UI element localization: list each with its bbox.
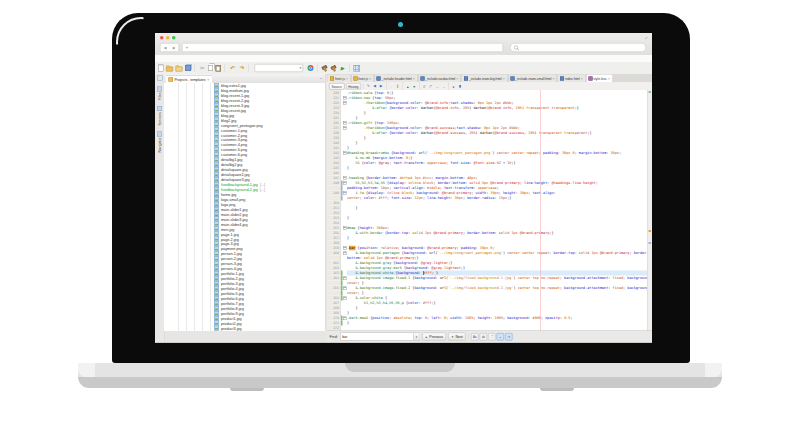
minimize-light[interactable] bbox=[166, 36, 170, 40]
editor-tab[interactable]: index.html × bbox=[557, 75, 585, 83]
separator bbox=[448, 82, 449, 90]
match-case-toggle[interactable]: Aa bbox=[471, 333, 479, 341]
editor-tab-label: front.js bbox=[335, 77, 345, 81]
prev-occurrence-icon[interactable]: ▲ bbox=[405, 83, 411, 89]
find-previous-button[interactable]: ▲ Previous bbox=[422, 333, 446, 341]
find-bar: Find: bar ▾ ▲ Previous ▼ Next Aaab.*≡↺ bbox=[327, 331, 652, 343]
back-icon[interactable]: ◀ bbox=[372, 83, 378, 89]
config-combo[interactable]: ▾ bbox=[255, 64, 304, 72]
browser-navrow: ◀ ▶ + bbox=[160, 43, 646, 52]
laptop-foot bbox=[230, 388, 264, 391]
tree-item[interactable]: product3.jpg bbox=[164, 326, 325, 331]
tab-close-icon[interactable]: × bbox=[369, 77, 371, 81]
search-field[interactable] bbox=[510, 43, 646, 52]
separator bbox=[386, 82, 387, 90]
caret-position-mark[interactable] bbox=[649, 242, 652, 244]
comment-icon[interactable]: // bbox=[421, 83, 427, 89]
find-toggles: Aaab.*≡↺ bbox=[471, 333, 513, 341]
dock-tab[interactable]: Navigator bbox=[157, 131, 162, 152]
tab-close-icon[interactable]: × bbox=[503, 77, 505, 81]
last-edited-icon[interactable]: ✎ bbox=[365, 83, 371, 89]
tab-close-icon[interactable]: × bbox=[608, 77, 610, 81]
error-stripe[interactable] bbox=[647, 90, 652, 331]
combo-dropdown-icon[interactable]: ▾ bbox=[413, 333, 419, 340]
file-type-icon bbox=[560, 77, 564, 81]
find-input[interactable]: bar ▾ bbox=[340, 333, 420, 341]
new-project-icon[interactable] bbox=[166, 66, 173, 71]
history-view-button[interactable]: History bbox=[346, 83, 361, 90]
find-match-mark[interactable] bbox=[649, 230, 652, 232]
macro-record-icon[interactable]: ● bbox=[451, 83, 457, 89]
find-previous-label: Previous bbox=[429, 335, 443, 339]
editor-tab[interactable]: front.js × bbox=[328, 75, 351, 83]
projects-tab[interactable]: Projects - templates × bbox=[166, 75, 213, 83]
source-view-button[interactable]: Source bbox=[329, 83, 344, 90]
whole-words-toggle[interactable]: ab bbox=[480, 333, 488, 341]
projects-icon bbox=[169, 77, 174, 81]
new-file-icon[interactable] bbox=[158, 65, 164, 72]
editor-tab[interactable]: _include-header.html × bbox=[374, 75, 417, 83]
editor-tab[interactable]: _include-team-small.html × bbox=[508, 75, 557, 83]
editor-tab-label: _include-team-small.html bbox=[515, 77, 551, 81]
run-icon[interactable]: ▶ bbox=[339, 65, 346, 72]
undo-icon[interactable]: ↶ bbox=[229, 65, 236, 72]
uncomment-icon[interactable]: /* bbox=[428, 83, 434, 89]
file-tree[interactable]: blog-extra1.jpg blog-medium.jpg blog-rec… bbox=[164, 83, 325, 331]
dock-tab-icon bbox=[157, 131, 162, 136]
highlight-results-toggle[interactable]: ≡ bbox=[497, 333, 505, 341]
nav-buttons[interactable]: ◀ ▶ bbox=[160, 43, 179, 52]
clean-build-icon[interactable] bbox=[330, 65, 337, 72]
editor-tab-label: front.js bbox=[358, 77, 368, 81]
separator bbox=[402, 82, 403, 90]
close-light[interactable] bbox=[160, 36, 164, 40]
outdent-icon[interactable]: ← bbox=[441, 83, 447, 89]
minimize-icon[interactable]: − bbox=[320, 76, 323, 81]
dock-tab[interactable]: Services bbox=[157, 106, 162, 125]
browser-chrome-icon[interactable] bbox=[308, 65, 314, 71]
editor-tab[interactable]: _include-team-big.html × bbox=[461, 75, 507, 83]
back-icon[interactable]: ◀ bbox=[164, 45, 167, 49]
build-icon[interactable] bbox=[321, 65, 328, 72]
profile-icon[interactable] bbox=[354, 65, 361, 72]
window-list-icon[interactable] bbox=[157, 76, 163, 81]
dock-tab-icon bbox=[157, 106, 162, 111]
tab-close-icon[interactable]: × bbox=[581, 77, 583, 81]
indent-icon[interactable]: → bbox=[434, 83, 440, 89]
dock-tabs: Files Services Navigator bbox=[157, 87, 162, 153]
separator bbox=[350, 64, 351, 72]
save-all-icon[interactable] bbox=[185, 65, 191, 71]
find-selection-icon[interactable]: ◌ bbox=[388, 83, 394, 89]
dock-tab[interactable]: Files bbox=[157, 87, 162, 100]
close-icon[interactable]: × bbox=[207, 77, 209, 82]
window-titlebar: ↔ ◀ ▶ + bbox=[155, 33, 652, 56]
forward-icon[interactable]: ▶ bbox=[378, 83, 384, 89]
redo-icon[interactable]: ↷ bbox=[238, 65, 245, 72]
cut-icon[interactable]: ✂ bbox=[199, 65, 206, 72]
paste-icon[interactable] bbox=[216, 65, 222, 72]
zoom-light[interactable] bbox=[172, 36, 176, 40]
editor-tab[interactable]: style.less × bbox=[586, 75, 612, 83]
forward-icon[interactable]: ▶ bbox=[173, 45, 176, 49]
tab-close-icon[interactable]: × bbox=[413, 77, 415, 81]
laptop-lid-notch bbox=[345, 363, 455, 372]
tab-close-icon[interactable]: × bbox=[456, 77, 458, 81]
next-occurrence-icon[interactable]: ▼ bbox=[411, 83, 417, 89]
wrap-search-toggle[interactable]: ↺ bbox=[505, 333, 513, 341]
code-editor[interactable]: 230.ribbon.sale {top: 0;}231.ribbon.new … bbox=[327, 90, 652, 331]
expand-icon[interactable]: ↔ bbox=[642, 34, 649, 41]
address-bar[interactable]: + bbox=[182, 43, 503, 52]
highlight-icon[interactable]: ❚ bbox=[395, 83, 401, 89]
separator bbox=[195, 64, 196, 72]
new-tab-plus-icon[interactable]: + bbox=[186, 45, 189, 50]
editor-tab-label: index.html bbox=[565, 77, 580, 81]
editor-tab[interactable]: _include-navbar.html × bbox=[418, 75, 461, 83]
regex-toggle[interactable]: .* bbox=[488, 333, 496, 341]
open-project-icon[interactable] bbox=[176, 66, 183, 71]
tab-close-icon[interactable]: × bbox=[346, 77, 348, 81]
find-next-button[interactable]: ▼ Next bbox=[448, 333, 466, 341]
previous-arrow-icon: ▲ bbox=[425, 335, 428, 338]
bookmark-icon[interactable]: ▮ bbox=[457, 83, 463, 89]
tab-close-icon[interactable]: × bbox=[552, 77, 554, 81]
copy-icon[interactable] bbox=[208, 65, 213, 71]
editor-tab[interactable]: front.js × bbox=[351, 75, 374, 83]
